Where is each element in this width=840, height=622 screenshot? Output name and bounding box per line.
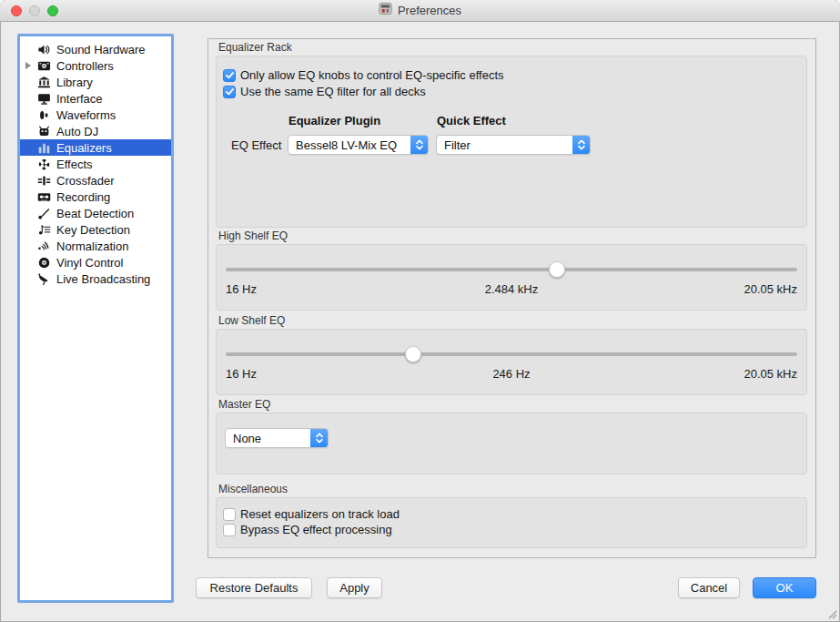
scale-min-label: 16 Hz: [226, 282, 416, 296]
high-shelf-slider[interactable]: [226, 260, 797, 279]
sidebar-item-normalization[interactable]: Normalization: [20, 238, 171, 254]
sidebar-item-label: Crossfader: [56, 174, 115, 188]
recording-icon: [36, 189, 51, 204]
sidebar-item-label: Library: [56, 76, 93, 89]
sidebar-item-sound-hardware[interactable]: Sound Hardware: [20, 41, 171, 57]
sidebar-item-label: Waveforms: [56, 108, 116, 122]
sidebar-item-label: Effects: [56, 158, 93, 171]
sidebar-item-controllers[interactable]: Controllers: [20, 57, 171, 74]
resize-grip-icon[interactable]: [825, 607, 837, 619]
live-broadcasting-icon: [36, 271, 51, 286]
key-detection-icon: [36, 222, 51, 237]
group-title: Low Shelf EQ: [218, 314, 807, 327]
chevron-up-down-icon: [572, 136, 590, 154]
sidebar-item-interface[interactable]: Interface: [20, 90, 171, 107]
equalizer-rack-group: Equalizer Rack Only allow EQ knobs to co…: [216, 41, 807, 228]
sidebar-item-label: Equalizers: [56, 141, 112, 155]
miscellaneous-group: Miscellaneous Reset equalizers on track …: [216, 483, 807, 548]
normalization-icon: [36, 239, 51, 253]
sidebar-item-label: Key Detection: [56, 223, 130, 237]
master-eq-group: Master EQ None: [216, 398, 807, 474]
checkbox-label: Use the same EQ filter for all decks: [240, 85, 426, 98]
checkbox-label: Bypass EQ effect processing: [240, 523, 392, 536]
controllers-icon: [36, 58, 51, 73]
sidebar-item-live-broadcasting[interactable]: Live Broadcasting: [20, 270, 171, 287]
quick-effect-value: Filter: [437, 138, 590, 152]
reset-equalizers-checkbox[interactable]: [223, 508, 236, 521]
apply-button[interactable]: Apply: [327, 577, 382, 598]
sidebar-item-recording[interactable]: Recording: [20, 189, 171, 205]
cancel-button[interactable]: Cancel: [678, 577, 740, 598]
scale-value-label: 246 Hz: [416, 367, 606, 381]
sidebar-item-label: Controllers: [56, 59, 114, 73]
sidebar-item-label: Interface: [56, 92, 103, 106]
crossfader-icon: [36, 173, 51, 188]
sidebar-item-label: Recording: [56, 190, 110, 204]
checkbox-label: Reset equalizers on track load: [240, 507, 400, 521]
eq-effect-row-label: EQ Effect: [231, 138, 281, 152]
same-eq-filter-checkbox[interactable]: [223, 86, 236, 98]
low-shelf-slider[interactable]: [226, 345, 797, 363]
high-shelf-scale: 16 Hz 2.484 kHz 20.05 kHz: [226, 282, 797, 296]
group-title: Equalizer Rack: [218, 41, 807, 54]
vinyl-control-icon: [36, 255, 51, 270]
sidebar-item-library[interactable]: Library: [20, 74, 171, 90]
sidebar-item-label: Auto DJ: [56, 125, 98, 138]
sidebar-item-auto-dj[interactable]: Auto DJ: [20, 123, 171, 139]
equalizer-plugin-value: Bessel8 LV-Mix EQ: [288, 138, 428, 152]
scale-min-label: 16 Hz: [226, 367, 416, 381]
quick-effect-select[interactable]: Filter: [436, 135, 591, 155]
sidebar-item-key-detection[interactable]: Key Detection: [20, 221, 171, 238]
high-shelf-slider-thumb[interactable]: [549, 261, 565, 278]
group-title: High Shelf EQ: [218, 229, 807, 242]
bypass-eq-checkbox[interactable]: [223, 524, 236, 536]
scale-max-label: 20.05 kHz: [607, 282, 797, 296]
sidebar-item-crossfader[interactable]: Crossfader: [20, 172, 171, 189]
settings-panel: Equalizer Rack Only allow EQ knobs to co…: [207, 38, 816, 558]
sidebar-item-label: Vinyl Control: [56, 256, 123, 270]
chevron-up-down-icon: [310, 429, 328, 447]
same-eq-filter-checkbox-row: Use the same EQ filter for all decks: [223, 84, 426, 99]
low-shelf-slider-thumb[interactable]: [405, 346, 421, 362]
group-title: Miscellaneous: [218, 483, 807, 495]
sidebar-item-effects[interactable]: Effects: [20, 156, 171, 172]
sound-hardware-icon: [36, 42, 51, 56]
titlebar: Preferences: [0, 0, 840, 22]
equalizers-icon: [36, 140, 51, 155]
high-shelf-eq-group: High Shelf EQ 16 Hz 2.484 kHz 20.05 kHz: [216, 229, 807, 311]
low-shelf-scale: 16 Hz 246 Hz 20.05 kHz: [226, 367, 797, 381]
eq-knobs-checkbox-row: Only allow EQ knobs to control EQ-specif…: [223, 67, 504, 83]
preferences-app-icon: [379, 2, 392, 19]
auto-dj-icon: [36, 124, 51, 138]
group-title: Master EQ: [218, 398, 807, 411]
reset-equalizers-checkbox-row: Reset equalizers on track load: [223, 506, 400, 522]
window-title: Preferences: [398, 4, 461, 17]
restore-defaults-button[interactable]: Restore Defaults: [196, 577, 312, 598]
ok-button[interactable]: OK: [753, 577, 816, 598]
interface-icon: [36, 91, 51, 106]
slider-track[interactable]: [226, 268, 797, 271]
sidebar-item-vinyl-control[interactable]: Vinyl Control: [20, 254, 171, 270]
master-eq-select[interactable]: None: [225, 428, 329, 448]
sidebar-item-equalizers[interactable]: Equalizers: [20, 139, 171, 156]
chevron-up-down-icon: [410, 136, 428, 154]
sidebar-item-label: Live Broadcasting: [56, 272, 150, 286]
sidebar-item-beat-detection[interactable]: Beat Detection: [20, 205, 171, 221]
preferences-window: Preferences Sound Hardware Controllers L…: [0, 0, 840, 622]
disclosure-triangle-icon[interactable]: [25, 62, 31, 69]
bypass-eq-checkbox-row: Bypass EQ effect processing: [223, 522, 392, 537]
scale-value-label: 2.484 kHz: [416, 282, 606, 296]
sidebar-item-label: Sound Hardware: [56, 43, 146, 56]
scale-max-label: 20.05 kHz: [607, 367, 797, 381]
beat-detection-icon: [36, 206, 51, 220]
equalizer-plugin-select[interactable]: Bessel8 LV-Mix EQ: [288, 135, 429, 155]
eq-knobs-checkbox[interactable]: [223, 69, 236, 82]
sidebar-item-waveforms[interactable]: Waveforms: [20, 107, 171, 123]
preferences-sidebar: Sound Hardware Controllers Library Inter…: [17, 34, 174, 603]
waveforms-icon: [36, 107, 51, 122]
effects-icon: [36, 157, 51, 171]
sidebar-item-label: Beat Detection: [56, 207, 134, 220]
equalizer-plugin-column-header: Equalizer Plugin: [288, 114, 380, 127]
low-shelf-eq-group: Low Shelf EQ 16 Hz 246 Hz 20.05 kHz: [216, 314, 807, 395]
slider-track[interactable]: [226, 352, 797, 356]
